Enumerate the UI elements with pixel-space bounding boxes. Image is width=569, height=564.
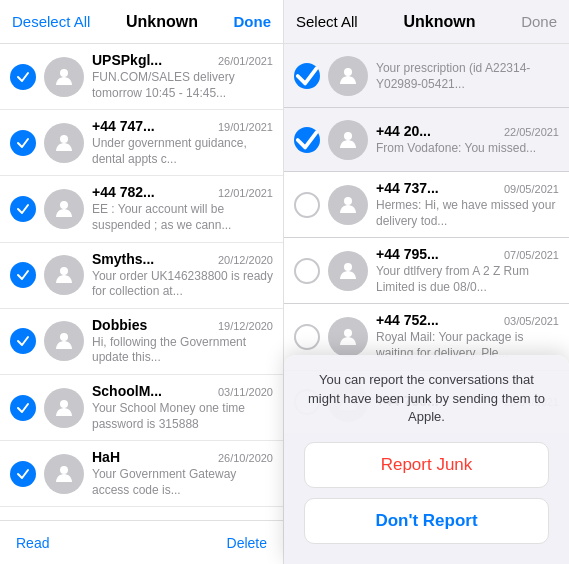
check-circle xyxy=(294,192,320,218)
message-date: 22/05/2021 xyxy=(504,126,559,138)
message-sender: +44 782... xyxy=(92,184,155,200)
avatar xyxy=(44,189,84,229)
message-content: HaH 26/10/2020 Your Government Gateway a… xyxy=(92,449,273,498)
check-circle xyxy=(10,64,36,90)
left-header: Deselect All Unknown Done xyxy=(0,0,283,44)
message-date: 03/11/2020 xyxy=(218,386,273,398)
check-circle xyxy=(294,324,320,350)
svg-point-7 xyxy=(344,68,352,76)
message-preview: Your order UK146238800 is ready for coll… xyxy=(92,269,273,300)
right-title: Unknown xyxy=(403,13,475,31)
avatar xyxy=(328,251,368,291)
message-date: 19/01/2021 xyxy=(218,121,273,133)
message-sender: SchoolM... xyxy=(92,383,162,399)
message-sender: +44 795... xyxy=(376,246,439,262)
left-message-list: UPSPkgl... 26/01/2021 FUN.COM/SALES deli… xyxy=(0,44,283,520)
message-sender: Dobbies xyxy=(92,317,147,333)
message-content: +44 747... 19/01/2021 Under government g… xyxy=(92,118,273,167)
list-item[interactable]: SchoolM... 03/11/2020 Your School Money … xyxy=(0,375,283,441)
list-item[interactable]: Dobbies 19/12/2020 Hi, following the Gov… xyxy=(0,309,283,375)
svg-point-11 xyxy=(344,329,352,337)
list-item[interactable]: Your prescription (id A22314-Y02989-0542… xyxy=(284,44,569,108)
svg-point-8 xyxy=(344,132,352,140)
check-circle xyxy=(10,196,36,222)
svg-point-10 xyxy=(344,263,352,271)
check-circle xyxy=(10,328,36,354)
message-sender: HaH xyxy=(92,449,120,465)
report-popup: You can report the conversations that mi… xyxy=(284,355,569,564)
report-junk-button[interactable]: Report Junk xyxy=(304,442,549,488)
avatar xyxy=(44,255,84,295)
message-preview: Your dtlfvery from A 2 Z Rum Limited is … xyxy=(376,264,559,295)
check-circle xyxy=(294,63,320,89)
avatar xyxy=(44,57,84,97)
message-sender: +44 752... xyxy=(376,312,439,328)
svg-point-2 xyxy=(60,201,68,209)
delete-button[interactable]: Delete xyxy=(227,535,267,551)
list-item[interactable]: +44 782... 12/01/2021 EE : Your account … xyxy=(0,176,283,242)
avatar xyxy=(328,120,368,160)
message-preview: Your prescription (id A22314-Y02989-0542… xyxy=(376,61,559,92)
left-footer: Read Delete xyxy=(0,520,283,564)
list-item[interactable]: +44 747... 19/01/2021 Under government g… xyxy=(0,110,283,176)
svg-point-4 xyxy=(60,333,68,341)
read-button[interactable]: Read xyxy=(16,535,49,551)
message-content: +44 20... 22/05/2021 From Vodafone: You … xyxy=(376,123,559,157)
message-content: UPSPkgl... 26/01/2021 FUN.COM/SALES deli… xyxy=(92,52,273,101)
list-item[interactable]: Smyths... 20/12/2020 Your order UK146238… xyxy=(0,243,283,309)
message-sender: +44 20... xyxy=(376,123,431,139)
list-item[interactable]: +44 737... 09/05/2021 Hermes: Hi, we hav… xyxy=(284,172,569,238)
avatar xyxy=(44,454,84,494)
list-item[interactable]: +44 795... 07/05/2021 Your dtlfvery from… xyxy=(284,238,569,304)
popup-description: You can report the conversations that mi… xyxy=(304,371,549,426)
check-circle xyxy=(10,130,36,156)
message-sender: +44 747... xyxy=(92,118,155,134)
check-circle xyxy=(294,258,320,284)
avatar xyxy=(44,123,84,163)
avatar xyxy=(44,388,84,428)
message-preview: Your School Money one time password is 3… xyxy=(92,401,273,432)
list-item[interactable]: UPSPkgl... 26/01/2021 FUN.COM/SALES deli… xyxy=(0,44,283,110)
svg-point-9 xyxy=(344,197,352,205)
svg-point-0 xyxy=(60,69,68,77)
message-date: 26/01/2021 xyxy=(218,55,273,67)
message-date: 03/05/2021 xyxy=(504,315,559,327)
dont-report-button[interactable]: Don't Report xyxy=(304,498,549,544)
message-date: 26/10/2020 xyxy=(218,452,273,464)
svg-point-6 xyxy=(60,466,68,474)
left-panel: Deselect All Unknown Done UPSPkgl... 26/… xyxy=(0,0,284,564)
message-content: Dobbies 19/12/2020 Hi, following the Gov… xyxy=(92,317,273,366)
avatar xyxy=(328,185,368,225)
message-preview: From Vodafone: You missed... xyxy=(376,141,559,157)
message-sender: UPSPkgl... xyxy=(92,52,162,68)
svg-point-5 xyxy=(60,400,68,408)
message-content: Smyths... 20/12/2020 Your order UK146238… xyxy=(92,251,273,300)
message-content: +44 752... 03/05/2021 Royal Mail: Your p… xyxy=(376,312,559,361)
right-panel-container: Select All Unknown Done Your prescriptio… xyxy=(284,0,569,564)
svg-point-1 xyxy=(60,135,68,143)
message-preview: Under government guidance, dental appts … xyxy=(92,136,273,167)
check-circle xyxy=(10,395,36,421)
check-circle xyxy=(10,461,36,487)
select-all-button[interactable]: Select All xyxy=(296,13,358,30)
message-preview: Your Government Gateway access code is..… xyxy=(92,467,273,498)
message-date: 20/12/2020 xyxy=(218,254,273,266)
avatar xyxy=(44,321,84,361)
message-content: +44 782... 12/01/2021 EE : Your account … xyxy=(92,184,273,233)
message-preview: Hermes: Hi, we have missed your delivery… xyxy=(376,198,559,229)
message-content: SchoolM... 03/11/2020 Your School Money … xyxy=(92,383,273,432)
message-date: 09/05/2021 xyxy=(504,183,559,195)
deselect-all-button[interactable]: Deselect All xyxy=(12,13,90,30)
list-item[interactable]: +44 20... 22/05/2021 From Vodafone: You … xyxy=(284,108,569,172)
left-done-button[interactable]: Done xyxy=(234,13,272,30)
check-circle xyxy=(294,127,320,153)
left-title: Unknown xyxy=(126,13,198,31)
message-sender: +44 737... xyxy=(376,180,439,196)
list-item[interactable]: HaH 26/10/2020 Your Government Gateway a… xyxy=(0,441,283,507)
message-preview: Hi, following the Government update this… xyxy=(92,335,273,366)
message-sender: Smyths... xyxy=(92,251,154,267)
avatar xyxy=(328,317,368,357)
message-content: Your prescription (id A22314-Y02989-0542… xyxy=(376,59,559,92)
right-done-button[interactable]: Done xyxy=(521,13,557,30)
avatar xyxy=(328,56,368,96)
